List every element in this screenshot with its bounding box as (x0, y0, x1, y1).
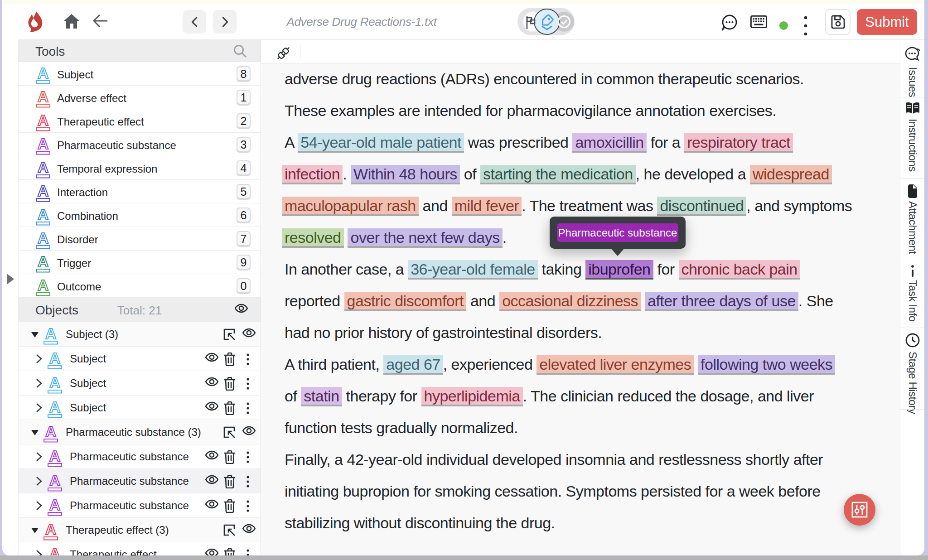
svg-text:A: A (38, 88, 49, 105)
svg-text:A: A (45, 423, 57, 440)
svg-text:A: A (38, 182, 49, 199)
svg-text:A: A (38, 229, 49, 246)
svg-text:A: A (38, 159, 49, 176)
svg-text:A: A (49, 349, 61, 367)
svg-text:A: A (49, 398, 61, 415)
svg-text:A: A (38, 111, 49, 129)
svg-text:A: A (38, 253, 49, 270)
svg-text:A: A (49, 496, 61, 513)
svg-text:A: A (49, 447, 61, 464)
svg-text:A: A (45, 521, 57, 538)
svg-text:A: A (38, 135, 49, 152)
svg-text:A: A (45, 325, 57, 342)
svg-text:A: A (49, 545, 61, 555)
svg-text:A: A (38, 206, 49, 223)
svg-text:A: A (38, 276, 49, 294)
svg-text:A: A (49, 374, 61, 391)
svg-text:A: A (38, 64, 49, 82)
svg-text:A: A (49, 472, 61, 489)
